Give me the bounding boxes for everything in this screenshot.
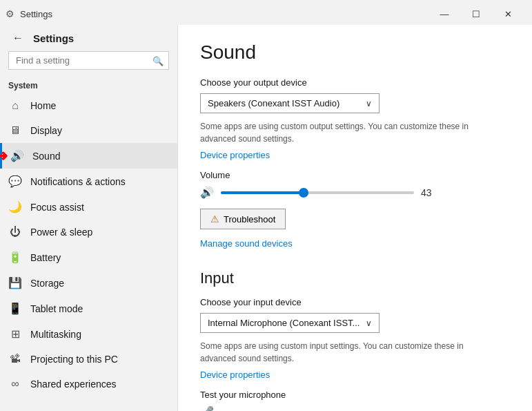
sidebar-item-sound[interactable]: ➜ 🔊 Sound — [0, 143, 177, 169]
mic-row: 🎤 — [200, 405, 510, 411]
sidebar-item-label: Tablet mode — [30, 303, 83, 314]
input-info-text: Some apps are using custom input setting… — [200, 340, 490, 365]
back-button[interactable]: ← — [8, 30, 28, 46]
output-device-dropdown[interactable]: Speakers (Conexant ISST Audio) ∨ — [200, 93, 380, 113]
sidebar-item-multitasking[interactable]: ⊞ Multitasking — [0, 321, 177, 347]
sidebar-item-focus[interactable]: 🌙 Focus assist — [0, 194, 177, 220]
shared-icon: ∞ — [8, 378, 22, 390]
display-icon: 🖥 — [8, 124, 22, 137]
sidebar-item-label: Focus assist — [30, 202, 84, 213]
sidebar-item-battery[interactable]: 🔋 Battery — [0, 245, 177, 270]
close-button[interactable]: ✕ — [492, 4, 524, 23]
input-device-dropdown[interactable]: Internal Microphone (Conexant ISST... ∨ — [200, 313, 380, 333]
battery-icon: 🔋 — [8, 251, 22, 264]
volume-row: 🔊 43 — [200, 186, 510, 199]
output-troubleshoot-label: Troubleshoot — [224, 214, 275, 224]
test-mic-label: Test your microphone — [200, 390, 510, 400]
sidebar-item-label: Projecting to this PC — [30, 354, 118, 365]
output-info-text: Some apps are using custom output settin… — [200, 120, 490, 145]
minimize-button[interactable]: — — [428, 4, 460, 23]
sidebar-item-label: Storage — [30, 278, 64, 289]
multitasking-icon: ⊞ — [8, 327, 22, 341]
sidebar-title: Settings — [33, 32, 74, 44]
chevron-down-icon: ∨ — [366, 99, 372, 108]
projecting-icon: 📽 — [8, 353, 22, 365]
sidebar-item-shared[interactable]: ∞ Shared experiences — [0, 372, 177, 396]
input-device-label: Choose your input device — [200, 297, 510, 307]
storage-icon: 💾 — [8, 276, 22, 289]
red-arrow: ➜ — [0, 147, 8, 165]
title-bar-title: Settings — [20, 9, 52, 19]
sidebar-item-projecting[interactable]: 📽 Projecting to this PC — [0, 347, 177, 372]
search-container: 🔍 — [8, 51, 169, 70]
output-section: Choose your output device Speakers (Cone… — [200, 77, 510, 258]
sound-icon: 🔊 — [10, 149, 24, 162]
title-bar: ⚙ Settings — ☐ ✕ — [0, 0, 532, 25]
notifications-icon: 💬 — [8, 175, 22, 188]
slider-fill — [221, 191, 304, 194]
maximize-button[interactable]: ☐ — [460, 4, 492, 23]
sidebar-header: ← Settings — [0, 25, 177, 51]
warning-icon: ⚠ — [210, 213, 219, 224]
sidebar-item-label: Sound — [32, 151, 60, 162]
volume-icon: 🔊 — [200, 186, 214, 199]
search-icon: 🔍 — [152, 55, 164, 66]
search-input[interactable] — [8, 51, 169, 70]
window-controls: — ☐ ✕ — [428, 4, 524, 23]
sidebar-item-label: Multitasking — [30, 329, 81, 340]
sidebar-item-display[interactable]: 🖥 Display — [0, 118, 177, 143]
sidebar-item-storage[interactable]: 💾 Storage — [0, 270, 177, 296]
sidebar-item-label: Battery — [30, 252, 61, 263]
output-device-properties-link[interactable]: Device properties — [200, 150, 270, 160]
sidebar-item-label: Display — [30, 125, 62, 136]
sidebar-item-home[interactable]: ⌂ Home — [0, 93, 177, 118]
sidebar: ← Settings 🔍 System ⌂ Home 🖥 Display ➜ 🔊… — [0, 25, 178, 411]
sidebar-item-notifications[interactable]: 💬 Notifications & actions — [0, 169, 177, 194]
volume-value: 43 — [421, 187, 440, 198]
output-troubleshoot-button[interactable]: ⚠ Troubleshoot — [200, 209, 286, 229]
sidebar-item-power[interactable]: ⏻ Power & sleep — [0, 220, 177, 245]
focus-icon: 🌙 — [8, 200, 22, 213]
sidebar-item-tablet[interactable]: 📱 Tablet mode — [0, 296, 177, 321]
sidebar-item-label: Power & sleep — [30, 227, 92, 238]
output-device-label: Choose your output device — [200, 77, 510, 88]
sidebar-section-label: System — [0, 75, 177, 93]
microphone-icon: 🎤 — [200, 405, 214, 411]
volume-label: Volume — [200, 170, 510, 180]
sidebar-item-label: Home — [30, 100, 56, 111]
tablet-icon: 📱 — [8, 302, 22, 315]
output-dropdown-value: Speakers (Conexant ISST Audio) — [208, 98, 339, 108]
input-device-properties-link[interactable]: Device properties — [200, 370, 270, 380]
chevron-down-icon: ∨ — [366, 318, 372, 328]
sidebar-item-label: Notifications & actions — [30, 176, 126, 187]
sidebar-item-label: Shared experiences — [30, 379, 117, 390]
input-section-title: Input — [200, 269, 510, 287]
home-icon: ⌂ — [8, 99, 22, 112]
page-title: Sound — [200, 41, 510, 64]
volume-slider[interactable] — [221, 191, 414, 194]
manage-sound-devices-link[interactable]: Manage sound devices — [200, 238, 293, 249]
settings-icon: ⚙ — [6, 8, 14, 19]
slider-thumb — [299, 188, 308, 198]
power-icon: ⏻ — [8, 226, 22, 238]
content-area: Sound Choose your output device Speakers… — [178, 25, 532, 411]
input-section: Input Choose your input device Internal … — [200, 269, 510, 411]
input-dropdown-value: Internal Microphone (Conexant ISST... — [208, 318, 359, 328]
